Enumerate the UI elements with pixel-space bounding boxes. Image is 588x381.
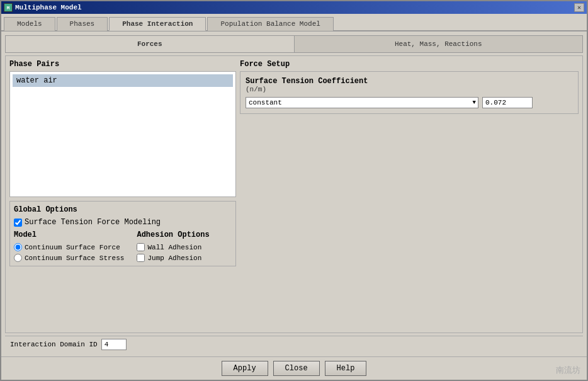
st-title: Surface Tension Coefficient [246, 77, 573, 86]
st-dropdown-wrapper: constant polynomial user-defined ▼ [246, 97, 478, 108]
wall-adhesion-label: Wall Adhesion [147, 244, 201, 251]
app-icon: M [4, 3, 13, 12]
title-bar-left: M Multiphase Model [4, 3, 82, 12]
st-unit: (n/m) [246, 86, 573, 93]
st-input-row: constant polynomial user-defined ▼ [246, 97, 573, 108]
adhesion-col-title: Adhesion Options [137, 230, 209, 239]
button-row: Apply Close Help 南流坊 [1, 356, 587, 380]
tab-phases[interactable]: Phases [57, 17, 108, 31]
sub-tab-forces[interactable]: Forces [6, 36, 295, 52]
radio-css[interactable] [14, 254, 22, 262]
phase-pairs-section: Phase Pairs water air [9, 60, 236, 197]
surface-tension-checkbox-row: Surface Tension Force Modeling [14, 218, 232, 227]
model-col: Model Continuum Surface Force Continuum … [14, 230, 124, 262]
jump-adhesion-row: Jump Adhesion [137, 254, 209, 262]
global-options-title: Global Options [14, 205, 232, 214]
jump-adhesion-checkbox[interactable] [137, 254, 145, 262]
surface-tension-label: Surface Tension Force Modeling [25, 218, 161, 227]
wall-adhesion-row: Wall Adhesion [137, 243, 209, 251]
wall-adhesion-checkbox[interactable] [137, 243, 145, 251]
tab-phase-interaction[interactable]: Phase Interaction [109, 17, 206, 31]
main-tabs: Models Phases Phase Interaction Populati… [1, 14, 587, 31]
adhesion-col: Adhesion Options Wall Adhesion Jump Adhe… [137, 230, 209, 262]
phase-pairs-label: Phase Pairs [9, 60, 236, 69]
title-bar: M Multiphase Model ✕ [1, 1, 587, 14]
tab-models[interactable]: Models [4, 17, 55, 31]
domain-id-input[interactable] [101, 339, 127, 350]
st-dropdown[interactable]: constant polynomial user-defined [246, 97, 478, 108]
model-col-title: Model [14, 230, 124, 239]
right-panel: Force Setup Surface Tension Coefficient … [240, 60, 579, 329]
window-title: Multiphase Model [15, 4, 82, 11]
st-value-input[interactable] [482, 97, 533, 108]
domain-id-label: Interaction Domain ID [10, 341, 98, 348]
label-css: Continuum Surface Stress [25, 254, 124, 262]
radio-csf[interactable] [14, 243, 22, 251]
force-setup-label: Force Setup [240, 60, 579, 69]
bottom-bar: Interaction Domain ID [5, 336, 583, 353]
global-options: Global Options Surface Tension Force Mod… [9, 201, 236, 266]
apply-button[interactable]: Apply [222, 361, 268, 376]
close-button[interactable]: Close [273, 361, 320, 376]
surface-tension-checkbox[interactable] [14, 219, 22, 227]
model-adhesion-row: Model Continuum Surface Force Continuum … [14, 230, 232, 262]
main-window: M Multiphase Model ✕ Models Phases Phase… [0, 0, 588, 381]
label-csf: Continuum Surface Force [25, 244, 120, 251]
phase-pairs-item-water-air[interactable]: water air [13, 74, 233, 87]
footer-area: Apply Close Help 南流坊 [1, 356, 587, 380]
watermark: 南流坊 [556, 365, 580, 376]
radio-continuum-surface-stress: Continuum Surface Stress [14, 254, 124, 262]
sub-tab-heat-mass-reactions[interactable]: Heat, Mass, Reactions [295, 36, 583, 52]
help-button[interactable]: Help [325, 361, 367, 376]
sub-tabs: Forces Heat, Mass, Reactions [5, 35, 583, 53]
radio-continuum-surface-force: Continuum Surface Force [14, 243, 124, 251]
main-panels: Phase Pairs water air Global Options Sur… [5, 55, 583, 333]
phase-pairs-box[interactable]: water air [9, 71, 236, 197]
left-panel: Phase Pairs water air Global Options Sur… [9, 60, 236, 329]
close-window-button[interactable]: ✕ [574, 3, 584, 12]
jump-adhesion-label: Jump Adhesion [147, 254, 201, 262]
tab-population-balance-model[interactable]: Population Balance Model [207, 17, 333, 31]
content-area: Forces Heat, Mass, Reactions Phase Pairs… [1, 31, 587, 356]
surface-tension-section: Surface Tension Coefficient (n/m) consta… [240, 71, 579, 114]
